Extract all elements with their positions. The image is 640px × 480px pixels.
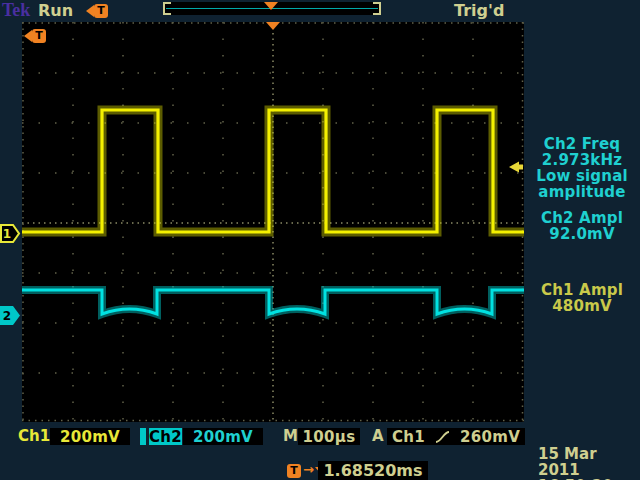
ch2-scale-readout: 200mV [183, 428, 263, 445]
record-trigger-position-icon [264, 2, 278, 10]
record-view-bar [163, 2, 381, 15]
ch1-label: Ch1 [18, 428, 50, 445]
delay-time-value: 1.68520ms [323, 461, 422, 480]
trigger-point-marker: T [24, 29, 46, 43]
measurement-ch2-amplitude: Ch2 Ampl 92.0mV [524, 210, 640, 242]
trigger-readout: Ch1 260mV [387, 428, 525, 445]
channel1-number: 1 [3, 227, 11, 241]
measurement-value: 480mV [524, 298, 640, 314]
trigger-level-arrow-icon [509, 162, 519, 173]
measurement-value: 92.0mV [524, 226, 640, 242]
channel2-reference-tag: 2 [0, 306, 21, 329]
ch2-select-fragment [140, 428, 146, 445]
channel1-reference-tag: 1 [0, 224, 21, 247]
date-time: 15 Mar 2011 16:50:20 [538, 446, 640, 480]
measurement-warning: amplitude [524, 184, 640, 200]
ch2-label-value: Ch2 [149, 428, 182, 446]
trigger-a-label: A [372, 428, 384, 445]
date: 15 Mar 2011 [538, 446, 640, 478]
trigger-source: Ch1 [392, 428, 425, 446]
trigger-level: 260mV [460, 428, 520, 446]
oscilloscope-screen: Tek Run T Trig'd T 1 [0, 0, 640, 480]
timebase-readout: 100µs [298, 428, 360, 445]
delay-time-readout: 1.68520ms [318, 461, 428, 480]
waveform-trace [22, 110, 524, 232]
right-arrow-icon: → [303, 462, 314, 477]
graticule: T [22, 22, 524, 422]
timebase-label: M [283, 428, 298, 445]
waveform-display [22, 22, 524, 422]
trigger-position-icon [266, 22, 280, 30]
measurement-value: 2.973kHz [524, 152, 640, 168]
ch2-scale-value: 200mV [193, 428, 253, 446]
trigger-offscreen-left-icon: T [86, 4, 108, 18]
measurement-label: Ch1 Ampl [524, 282, 640, 298]
tek-logo: Tek [2, 0, 30, 21]
trigger-status: Trig'd [454, 1, 504, 20]
measurement-warning: Low signal [524, 168, 640, 184]
measurement-label: Ch2 Ampl [524, 210, 640, 226]
trigger-t-icon: T [94, 4, 108, 18]
trigger-t-icon: T [32, 29, 46, 43]
ch2-label-selected: Ch2 [149, 428, 182, 445]
measurement-label: Ch2 Freq [524, 136, 640, 152]
delay-time-icon: T [287, 464, 301, 478]
measurement-ch1-amplitude: Ch1 Ampl 480mV [524, 282, 640, 314]
left-arrow-icon [24, 30, 32, 42]
ch1-scale-readout: 200mV [50, 428, 130, 445]
trigger-t-icon: T [287, 464, 301, 478]
trigger-level-arrow-stem [519, 165, 523, 170]
channel2-number: 2 [3, 309, 11, 323]
ch1-scale-value: 200mV [60, 428, 120, 446]
left-arrow-icon [86, 5, 94, 17]
rising-edge-slope-icon [435, 429, 450, 445]
measurement-ch2-frequency: Ch2 Freq 2.973kHz Low signal amplitude [524, 136, 640, 200]
timebase-value: 100µs [303, 428, 356, 446]
acquisition-status: Run [38, 1, 73, 20]
